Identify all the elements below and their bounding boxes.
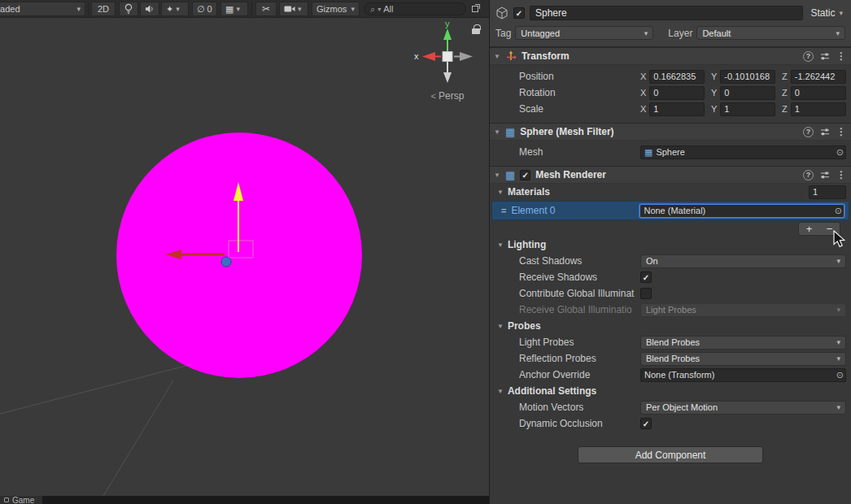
grid-visibility-dropdown[interactable]: ▦ ▾: [220, 2, 248, 16]
foldout-icon[interactable]: ▼: [497, 189, 504, 196]
object-picker-icon[interactable]: ⊙: [836, 370, 844, 380]
gizmo-center-cube[interactable]: [443, 52, 452, 62]
menu-icon[interactable]: ⋮: [836, 50, 846, 62]
object-picker-icon[interactable]: ⊙: [835, 206, 842, 216]
static-dropdown[interactable]: Static ▾: [808, 7, 845, 19]
z-axis-label: Z: [782, 104, 788, 114]
game-tab-label: Game: [12, 496, 34, 504]
menu-icon[interactable]: ⋮: [836, 126, 846, 137]
help-icon[interactable]: ?: [803, 170, 814, 180]
projection-label[interactable]: <Persp: [411, 90, 484, 102]
material-value: None (Material): [644, 206, 705, 215]
foldout-icon[interactable]: ▼: [497, 388, 504, 395]
gizmo-neg-y-arrowhead[interactable]: [443, 72, 452, 83]
scene-tools-button[interactable]: ✂: [255, 2, 277, 16]
active-checkbox[interactable]: ✓: [513, 7, 525, 19]
scale-x-field[interactable]: 1: [649, 102, 705, 116]
help-icon[interactable]: ?: [803, 127, 814, 137]
2d-toggle-button[interactable]: 2D: [91, 2, 116, 16]
gameobject-name-field[interactable]: Sphere: [530, 6, 803, 20]
lock-icon[interactable]: [472, 28, 480, 34]
light-probes-dropdown[interactable]: Blend Probes ▾: [640, 336, 846, 350]
foldout-icon[interactable]: ▼: [494, 53, 500, 60]
position-label[interactable]: Position: [519, 71, 640, 82]
material-object-field[interactable]: None (Material) ⊙: [639, 204, 844, 218]
rotation-label[interactable]: Rotation: [519, 87, 640, 98]
dynamic-occlusion-row: Dynamic Occlusion ✓: [490, 415, 851, 432]
scene-visibility-button[interactable]: ∅ 0: [192, 2, 217, 16]
2d-label: 2D: [98, 4, 109, 14]
gizmos-dropdown[interactable]: Gizmos ▾: [312, 2, 360, 16]
mesh-object-field[interactable]: ▦ Sphere ⊙: [640, 146, 846, 159]
sphere-object[interactable]: [116, 133, 362, 378]
add-component-button[interactable]: Add Component: [578, 446, 763, 463]
additional-settings-foldout[interactable]: ▼ Additional Settings: [490, 383, 851, 399]
materials-count-field[interactable]: 1: [809, 185, 846, 199]
anchor-override-label[interactable]: Anchor Override: [519, 369, 640, 380]
contribute-gi-checkbox[interactable]: [640, 288, 652, 299]
tab-game[interactable]: Game: [0, 496, 43, 504]
receive-shadows-checkbox[interactable]: ✓: [640, 272, 652, 283]
scene-search-input[interactable]: ⌕ ▾ All: [364, 2, 466, 15]
popout-button[interactable]: [471, 3, 481, 15]
cast-shadows-dropdown[interactable]: On ▾: [640, 254, 846, 268]
dynamic-occlusion-label[interactable]: Dynamic Occlusion: [519, 418, 640, 429]
material-element-row[interactable]: = Element 0 None (Material) ⊙: [491, 201, 849, 220]
chevron-down-icon: ▾: [236, 5, 240, 13]
position-y-field[interactable]: -0.1010168: [720, 70, 775, 84]
presets-icon[interactable]: [820, 127, 830, 137]
material-list-footer: + −: [490, 220, 851, 237]
presets-icon[interactable]: [820, 170, 830, 180]
probes-foldout[interactable]: ▼ Probes: [490, 318, 851, 334]
reflection-probes-dropdown[interactable]: Blend Probes ▾: [640, 352, 846, 366]
cast-shadows-label[interactable]: Cast Shadows: [519, 255, 640, 267]
foldout-icon[interactable]: ▼: [494, 128, 500, 136]
scale-z-field[interactable]: 1: [791, 102, 846, 116]
motion-vectors-dropdown[interactable]: Per Object Motion ▾: [640, 401, 846, 415]
scene-camera-dropdown[interactable]: ▾: [279, 2, 308, 16]
contribute-gi-label[interactable]: Contribute Global Illuminat: [519, 288, 640, 299]
tag-dropdown[interactable]: Untagged ▾: [515, 26, 653, 40]
scene-effects-dropdown[interactable]: ✦ ▾: [161, 2, 189, 16]
position-x-field[interactable]: 0.1662835: [649, 70, 705, 84]
mesh-renderer-header[interactable]: ▼ ▦ ✓ Mesh Renderer ? ⋮: [490, 166, 851, 184]
mesh-renderer-enabled-checkbox[interactable]: ✓: [520, 170, 530, 180]
reflection-probes-label[interactable]: Reflection Probes: [519, 353, 640, 364]
layer-dropdown[interactable]: Default ▾: [696, 26, 845, 40]
add-material-button[interactable]: +: [799, 223, 819, 235]
rotation-x-field[interactable]: 0: [649, 86, 705, 100]
scene-audio-toggle[interactable]: [140, 2, 159, 16]
position-z-field[interactable]: -1.262442: [791, 70, 846, 84]
foldout-icon[interactable]: ▼: [497, 323, 504, 330]
drag-handle-icon[interactable]: =: [501, 206, 506, 215]
shading-mode-dropdown[interactable]: haded ▾: [0, 2, 85, 16]
chevron-down-icon: ▾: [839, 9, 843, 17]
menu-icon[interactable]: ⋮: [836, 169, 846, 180]
transform-icon: [505, 50, 517, 62]
foldout-icon[interactable]: ▼: [494, 172, 500, 179]
presets-icon[interactable]: [820, 51, 830, 61]
anchor-override-field[interactable]: None (Transform) ⊙: [640, 368, 846, 382]
lighting-foldout[interactable]: ▼ Lighting: [490, 237, 851, 253]
help-icon[interactable]: ?: [803, 51, 814, 62]
receive-shadows-label[interactable]: Receive Shadows: [519, 272, 640, 283]
mesh-filter-header[interactable]: ▼ ▦ Sphere (Mesh Filter) ? ⋮: [490, 123, 851, 141]
light-probes-label[interactable]: Light Probes: [519, 337, 640, 348]
materials-foldout[interactable]: ▼ Materials 1: [490, 184, 851, 200]
gizmo-neg-x-arrowhead[interactable]: [460, 52, 473, 61]
gameobject-cube-icon[interactable]: [495, 7, 508, 20]
gizmo-x-arrowhead[interactable]: [422, 52, 435, 61]
foldout-icon[interactable]: ▼: [497, 241, 504, 249]
transform-header[interactable]: ▼ Transform ? ⋮: [490, 47, 851, 65]
scale-label[interactable]: Scale: [519, 103, 640, 115]
object-picker-icon[interactable]: ⊙: [836, 147, 844, 158]
mesh-label[interactable]: Mesh: [519, 146, 640, 158]
rotation-y-field[interactable]: 0: [720, 86, 775, 100]
gizmo-y-arrowhead[interactable]: [443, 28, 452, 40]
motion-vectors-label[interactable]: Motion Vectors: [519, 402, 640, 413]
scale-y-field[interactable]: 1: [720, 102, 775, 116]
light-probes-value: Blend Probes: [646, 337, 700, 347]
rotation-z-field[interactable]: 0: [791, 86, 846, 100]
dynamic-occlusion-checkbox[interactable]: ✓: [640, 418, 652, 429]
scene-lighting-toggle[interactable]: [119, 2, 138, 16]
